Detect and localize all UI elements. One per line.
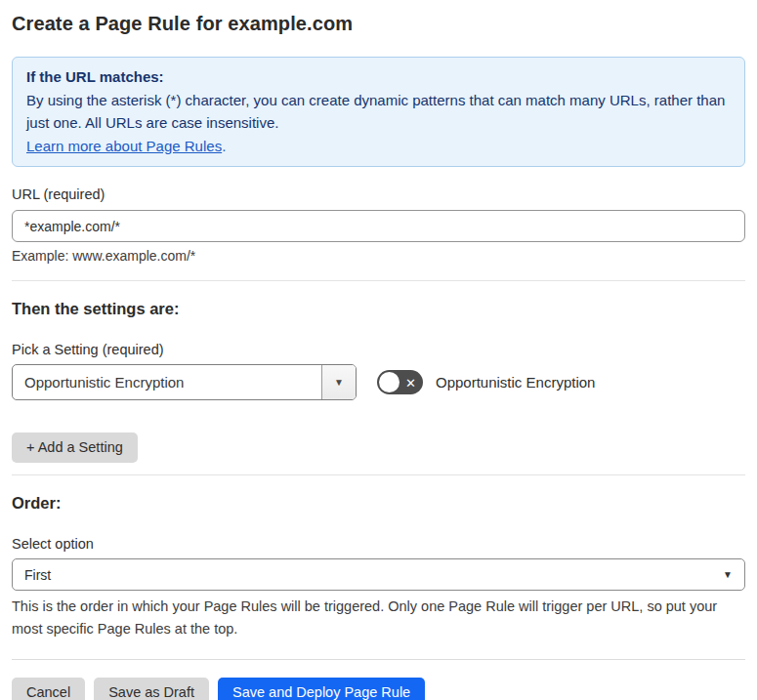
- info-box-link-row: Learn more about Page Rules.: [26, 135, 731, 158]
- section-divider: [12, 474, 745, 475]
- toggle-setting-label: Opportunistic Encryption: [436, 374, 595, 391]
- link-suffix: .: [222, 138, 226, 154]
- url-label: URL (required): [12, 185, 745, 203]
- deploy-button[interactable]: Save and Deploy Page Rule: [218, 678, 425, 700]
- setting-row: Opportunistic Encryption ▼ ✕ Opportunist…: [12, 364, 745, 400]
- footer-divider: [12, 659, 745, 660]
- cancel-button[interactable]: Cancel: [12, 678, 85, 700]
- settings-heading: Then the settings are:: [12, 299, 745, 318]
- page-title: Create a Page Rule for example.com: [12, 12, 745, 35]
- toggle-x-icon: ✕: [405, 376, 416, 389]
- url-example: Example: www.example.com/*: [12, 247, 745, 265]
- info-box: If the URL matches: By using the asteris…: [12, 57, 745, 167]
- setting-dropdown-value: Opportunistic Encryption: [13, 365, 321, 399]
- order-select[interactable]: First ▼: [12, 558, 745, 591]
- toggle-knob: [379, 372, 400, 392]
- section-divider: [12, 280, 745, 281]
- order-select-label: Select option: [12, 535, 745, 553]
- setting-toggle-switch[interactable]: ✕: [377, 370, 423, 394]
- order-heading: Order:: [12, 493, 745, 513]
- form-actions: Cancel Save as Draft Save and Deploy Pag…: [12, 678, 745, 700]
- setting-dropdown[interactable]: Opportunistic Encryption ▼: [12, 364, 357, 400]
- info-box-heading: If the URL matches:: [26, 65, 731, 89]
- url-input[interactable]: [12, 210, 745, 242]
- order-description: This is the order in which your Page Rul…: [12, 596, 745, 640]
- setting-picker-label: Pick a Setting (required): [12, 341, 745, 358]
- select-caret-down-icon: ▼: [723, 570, 733, 580]
- order-select-value: First: [24, 567, 51, 583]
- add-setting-button[interactable]: + Add a Setting: [12, 432, 138, 463]
- page-rule-form: Create a Page Rule for example.com If th…: [0, 0, 757, 700]
- save-draft-button[interactable]: Save as Draft: [94, 678, 209, 700]
- info-box-body: By using the asterisk (*) character, you…: [26, 89, 731, 135]
- caret-down-icon: ▼: [334, 378, 344, 388]
- learn-more-link[interactable]: Learn more about Page Rules: [26, 138, 222, 154]
- dropdown-arrow-button[interactable]: ▼: [321, 365, 356, 399]
